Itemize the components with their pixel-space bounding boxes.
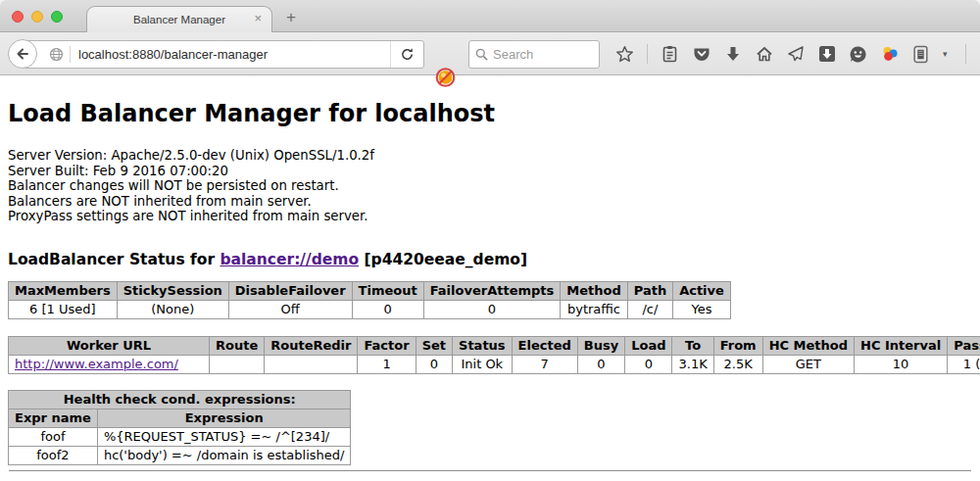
worker-table: Worker URL Route RouteRedir Factor Set S… xyxy=(8,336,980,374)
search-icon xyxy=(475,48,488,61)
toolbar-separator xyxy=(647,44,648,64)
navigation-toolbar: localhost:8880/balancer-manager xyxy=(0,32,980,75)
health-table-title: Health check cond. expressions: xyxy=(9,390,351,409)
plugin-blocked-icon[interactable] xyxy=(435,68,456,88)
column-header: Busy xyxy=(577,336,624,355)
busy-cell: 0 xyxy=(577,355,624,373)
column-header: DisableFailover xyxy=(228,281,352,300)
health-data-row: foof2 hc('body') =~ /domain is establish… xyxy=(9,446,351,464)
new-tab-button[interactable]: + xyxy=(286,8,296,27)
url-text[interactable]: localhost:8880/balancer-manager xyxy=(78,47,390,62)
hc-method-cell: GET xyxy=(762,355,854,373)
reload-button[interactable] xyxy=(390,41,423,68)
minimize-window-button[interactable] xyxy=(31,11,43,23)
loadbalancer-status-heading: LoadBalancer Status for balancer://demo … xyxy=(8,251,972,268)
bookmark-star-icon[interactable] xyxy=(615,45,634,64)
inherit-notice-line: Balancers are NOT inherited from main se… xyxy=(8,194,972,210)
column-header: Factor xyxy=(358,336,416,355)
toolbar-separator xyxy=(965,44,966,64)
expression-cell: %{REQUEST_STATUS} =~ /^[234]/ xyxy=(97,427,351,446)
bookmarks-clipboard-icon[interactable] xyxy=(661,45,679,64)
search-input[interactable] xyxy=(493,47,581,62)
factor-cell: 1 xyxy=(358,355,416,373)
balancer-summary-table: MaxMembers StickySession DisableFailover… xyxy=(8,281,731,319)
feedback-smiley-icon[interactable] xyxy=(849,45,867,64)
column-header: Load xyxy=(625,336,672,355)
health-header-row: Expr name Expression xyxy=(9,409,351,427)
column-header: RouteRedir xyxy=(265,336,358,355)
routeredir-cell xyxy=(265,355,358,373)
proxypass-notice-line: ProxyPass settings are NOT inherited fro… xyxy=(8,209,972,224)
worker-url-link[interactable]: http://www.example.com/ xyxy=(15,357,178,371)
to-cell: 3.1K xyxy=(672,355,713,373)
colored-dots-icon[interactable] xyxy=(880,45,899,64)
balancer-header-row: MaxMembers StickySession DisableFailover… xyxy=(9,281,731,300)
route-cell xyxy=(210,355,265,373)
hc-interval-cell: 10 xyxy=(855,355,948,373)
column-header: FailoverAttempts xyxy=(423,281,561,300)
health-check-table: Health check cond. expressions: Expr nam… xyxy=(8,390,351,465)
home-icon[interactable] xyxy=(755,45,773,64)
address-bar[interactable]: localhost:8880/balancer-manager xyxy=(23,40,424,69)
column-header: Route xyxy=(210,336,265,355)
close-window-button[interactable] xyxy=(12,11,24,23)
column-header: Elected xyxy=(512,336,577,355)
column-header: HC Method xyxy=(762,336,854,355)
column-header: Expr name xyxy=(9,409,98,427)
server-info: Server Version: Apache/2.5.0-dev (Unix) … xyxy=(8,148,972,224)
health-title-row: Health check cond. expressions: xyxy=(9,390,351,409)
stickysession-cell: (None) xyxy=(117,300,228,318)
toolbar-icons: ▾ xyxy=(615,32,980,75)
column-header: From xyxy=(713,336,762,355)
worker-data-row: http://www.example.com/ 1 0 Init Ok 7 0 … xyxy=(9,355,980,373)
expr-name-cell: foof2 xyxy=(9,446,98,464)
search-bar[interactable] xyxy=(468,40,600,69)
tab-title: Balancer Manager xyxy=(133,14,225,25)
download-panel-icon[interactable] xyxy=(817,45,836,64)
active-cell: Yes xyxy=(673,300,731,318)
back-arrow-icon xyxy=(15,46,30,62)
status-heading-suffix: [p4420eeae_demo] xyxy=(359,251,527,268)
download-arrow-icon[interactable] xyxy=(723,45,742,64)
urlbar-divider xyxy=(70,46,71,63)
window-controls xyxy=(12,11,63,23)
worker-header-row: Worker URL Route RouteRedir Factor Set S… xyxy=(9,336,980,355)
tab-strip: Balancer Manager × + xyxy=(0,0,980,32)
health-data-row: foof %{REQUEST_STATUS} =~ /^[234]/ xyxy=(9,427,351,446)
passes-cell: 1 (0) xyxy=(948,355,980,373)
tab-balancer-manager[interactable]: Balancer Manager × xyxy=(86,6,272,32)
path-cell: /c/ xyxy=(627,300,672,318)
status-cell: Init Ok xyxy=(453,355,513,373)
zoom-window-button[interactable] xyxy=(51,11,63,23)
page-title: Load Balancer Manager for localhost xyxy=(8,75,972,127)
site-identity-globe-icon[interactable] xyxy=(49,47,64,62)
column-header: Set xyxy=(416,336,452,355)
send-plane-icon[interactable] xyxy=(786,45,805,64)
expression-cell: hc('body') =~ /domain is established/ xyxy=(97,446,351,464)
status-heading-prefix: LoadBalancer Status for xyxy=(8,251,220,268)
pocket-icon[interactable] xyxy=(692,45,710,64)
column-header: StickySession xyxy=(117,281,228,300)
column-header: HC Interval xyxy=(855,336,948,355)
column-header: To xyxy=(672,336,713,355)
expr-name-cell: foof xyxy=(9,427,98,446)
section-divider xyxy=(9,470,971,472)
browser-window: Balancer Manager × + localhost:8880/bala… xyxy=(0,0,980,481)
method-cell: bytraffic xyxy=(561,300,627,318)
column-header: Path xyxy=(627,281,672,300)
overflow-caret-icon[interactable]: ▾ xyxy=(943,49,953,59)
tab-close-icon[interactable]: × xyxy=(254,12,262,25)
column-header: Worker URL xyxy=(9,336,210,355)
column-header: Method xyxy=(561,281,627,300)
balancer-data-row: 6 [1 Used] (None) Off 0 0 bytraffic /c/ … xyxy=(9,300,731,318)
disablefailover-cell: Off xyxy=(228,300,352,318)
server-version-line: Server Version: Apache/2.5.0-dev (Unix) … xyxy=(8,148,972,164)
maxmembers-cell: 6 [1 Used] xyxy=(9,300,118,318)
balancer-demo-link[interactable]: balancer://demo xyxy=(220,251,359,268)
notes-panel-icon[interactable] xyxy=(911,45,930,64)
column-header: MaxMembers xyxy=(9,281,118,300)
persist-notice-line: Balancer changes will NOT be persisted o… xyxy=(8,178,972,194)
column-header: Expression xyxy=(97,409,351,427)
back-button[interactable] xyxy=(8,39,37,69)
set-cell: 0 xyxy=(416,355,452,373)
